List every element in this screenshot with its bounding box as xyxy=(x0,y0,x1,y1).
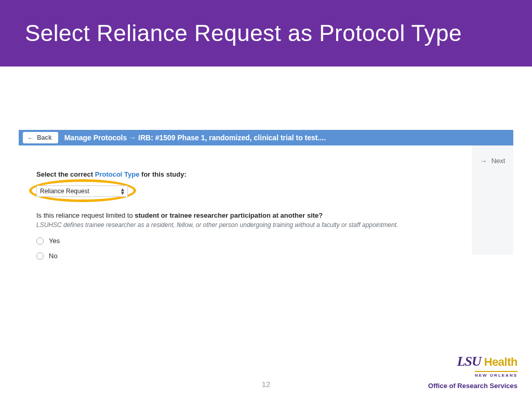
reliance-helper-text: LSUHSC defines trainee researcher as a r… xyxy=(36,221,467,229)
prompt-prefix: Select the correct xyxy=(36,170,95,178)
reliance-question: Is this reliance request limited to stud… xyxy=(36,211,467,219)
health-text: Health xyxy=(484,355,517,369)
select-caret-icon: ▲▼ xyxy=(120,188,125,195)
prompt-suffix: for this study: xyxy=(139,170,186,178)
form-area: Select the correct Protocol Type for thi… xyxy=(19,145,472,283)
radio-yes-label: Yes xyxy=(49,237,60,245)
radio-no[interactable]: No xyxy=(36,252,467,260)
protocol-type-link[interactable]: Protocol Type xyxy=(95,170,140,178)
protocol-type-prompt: Select the correct Protocol Type for thi… xyxy=(36,170,467,178)
next-button[interactable]: → Next xyxy=(472,145,513,255)
question-prefix: Is this reliance request limited to xyxy=(36,211,135,219)
lsu-text: LSU xyxy=(457,354,481,369)
back-button-label: Back xyxy=(37,134,52,141)
app-header: ← Back Manage Protocols → IRB: #1509 Pha… xyxy=(19,130,513,145)
radio-yes[interactable]: Yes xyxy=(36,237,467,245)
slide: Select Reliance Request as Protocol Type… xyxy=(0,0,532,399)
office-text: Office of Research Services xyxy=(428,382,517,390)
slide-title-bar: Select Reliance Request as Protocol Type xyxy=(0,0,532,66)
slide-title: Select Reliance Request as Protocol Type xyxy=(25,20,462,46)
footer-logo: LSU Health NEW ORLEANS Office of Researc… xyxy=(428,354,517,390)
logo-row: LSU Health xyxy=(428,354,517,369)
app-body: Select the correct Protocol Type for thi… xyxy=(19,145,513,283)
radio-no-label: No xyxy=(49,252,58,260)
radio-icon xyxy=(36,252,44,260)
arrow-right-icon: → xyxy=(480,157,487,165)
radio-icon xyxy=(36,237,44,245)
city-text: NEW ORLEANS xyxy=(475,371,517,378)
app-screenshot: ← Back Manage Protocols → IRB: #1509 Pha… xyxy=(19,130,513,283)
protocol-type-select[interactable]: Reliance Request ▲▼ xyxy=(36,185,128,197)
protocol-type-select-wrap: Reliance Request ▲▼ xyxy=(36,185,128,197)
question-bold: student or trainee researcher participat… xyxy=(135,211,323,219)
back-button[interactable]: ← Back xyxy=(23,132,58,143)
arrow-left-icon: ← xyxy=(27,135,34,141)
breadcrumb: Manage Protocols → IRB: #1509 Phase 1, r… xyxy=(64,134,326,142)
protocol-type-select-value: Reliance Request xyxy=(40,188,89,195)
next-button-label: Next xyxy=(491,157,506,165)
